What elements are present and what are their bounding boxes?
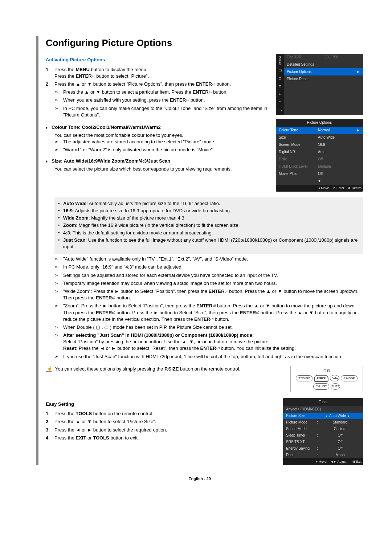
easy-step-4: Press the EXIT or TOOLS button to exit. [46, 435, 269, 441]
note-satisfied: When you are satisfied with your setting… [54, 97, 269, 103]
osd-tools: Tools Anynet+ (HDMI-CEC) Picture Size◄Au… [283, 398, 363, 465]
anynet-label: Anynet+ (HDMI-CEC) [286, 407, 321, 412]
colour-tone-desc: You can select the most comfortable colo… [46, 132, 269, 139]
section-activating: Activating Picture Options [46, 57, 269, 63]
remote-buttons: ⊡ ⊡ TTX/MIX P.SIZE DMA E.MODE CH LIST SU… [290, 366, 363, 392]
note-select-item: Press the ▲ or ▼ button to select a part… [54, 89, 269, 95]
remote-chlist[interactable]: CH LIST [313, 383, 330, 389]
page-title: Configuring Picture Options [46, 36, 363, 49]
easy-setting-title: Easy Setting [46, 401, 269, 408]
size-desc: You can select the picture size which be… [46, 166, 269, 172]
note-justscan: After selecting "Just Scan" in HDMI (108… [54, 332, 363, 352]
page-footer: English - 29 [36, 476, 363, 482]
easy-step-3: Press the ◄ or ► button to select the re… [46, 427, 269, 433]
colour-tone-note-2: "Warm1" or "Warm2" is only activated whe… [54, 147, 269, 153]
remote-ttx[interactable]: TTX/MIX [296, 375, 313, 381]
osd-picture-options-row[interactable]: Picture Options► [284, 68, 363, 75]
note-pcmode-sizes: In PC Mode, only "16:9" and "4:3" mode c… [54, 264, 363, 270]
note-double-pip: When Double ( ▢ , ▭ ) mode has been set … [54, 324, 363, 331]
tools-picture-size-row[interactable]: Picture Size◄Auto Wide► [283, 413, 363, 419]
step-2: Press the ▲ or ▼ button to select "Pictu… [46, 81, 269, 87]
remote-dma[interactable]: DMA [330, 375, 339, 381]
note-pc-mode: In PC mode, you can only make changes to… [54, 105, 269, 118]
osd-picture-menu: Picture ▢⊙⚙✦≡▭ Tint (G/R): G50/R50 Detai… [276, 54, 363, 115]
step-1: Press the MENU button to display the men… [46, 66, 269, 79]
remote-subt[interactable]: SUBT. [331, 383, 340, 390]
note-external-device: Settings can be adjusted and stored for … [54, 272, 363, 279]
note-zoom: "Zoom": Press the ► button to Select "Po… [54, 303, 363, 323]
remote-emode[interactable]: E.MODE [341, 375, 358, 381]
size-options-box: Auto Wide: Automatically adjusts the pic… [54, 197, 363, 254]
size-heading: Size: Auto Wide/16:9/Wide Zoom/Zoom/4:3/… [46, 158, 269, 164]
easy-step-2: Press the ▲ or ▼ button to select "Pictu… [46, 418, 269, 425]
remote-psize[interactable]: P.SIZE [314, 375, 328, 382]
osd-colour-tone-row[interactable]: Colour Tone:Normal► [276, 127, 363, 134]
note-720p-cut: If you use the "Just Scan" function with… [54, 353, 363, 360]
colour-tone-note-1: The adjusted values are stored according… [54, 139, 269, 145]
note-autowide-modes: "Auto Wide" function is available only i… [54, 256, 363, 262]
colour-tone-heading: Colour Tone: Cool2/Cool1/Normal/Warm1/Wa… [46, 124, 269, 131]
note-widezoom: "Wide Zoom": Press the ► button to Selec… [54, 288, 363, 301]
easy-step-1: Press the TOOLS button on the remote con… [46, 410, 269, 417]
note-image-retention: Temporary image retention may occur when… [54, 280, 363, 287]
hand-icon [46, 366, 52, 372]
osd-picture-options: Picture Options Colour Tone:Normal► Size… [276, 119, 363, 192]
psize-tip: You can select these options by simply p… [55, 366, 287, 392]
